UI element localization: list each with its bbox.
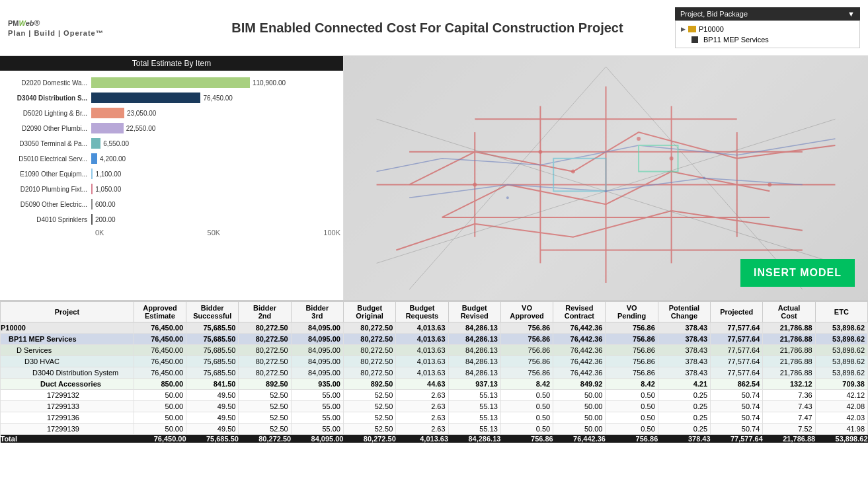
- total-value-cell: 756.86: [500, 435, 553, 443]
- chart-bar-label: D2010 Plumbing Fixt...: [5, 186, 91, 193]
- data-table-panel: ProjectApprovedEstimateBidderSuccessfulB…: [0, 300, 868, 485]
- value-cell: 0.50: [606, 424, 658, 435]
- value-cell: 21,786.88: [763, 345, 815, 356]
- table-row: BP11 MEP Services76,450.0075,685.5080,27…: [1, 334, 868, 345]
- chart-bar-row: D2020 Domestic Wa...110,900.00: [5, 76, 340, 89]
- table-row: D30 HVAC76,450.0075,685.5080,272.5084,09…: [1, 356, 868, 367]
- header: PMWeb® Plan | Build | Operate™ BIM Enabl…: [0, 0, 868, 56]
- svg-point-22: [637, 137, 641, 141]
- value-cell: 4,013.63: [396, 345, 448, 356]
- project-cell: D30 HVAC: [1, 356, 134, 367]
- value-cell: 2.63: [396, 401, 448, 412]
- total-value-cell: 77,577.64: [711, 435, 763, 443]
- col-header-approved-estimate: ApprovedEstimate: [134, 302, 186, 322]
- value-cell: 4.21: [658, 379, 710, 390]
- chart-axis-label: 50K: [208, 229, 221, 237]
- value-cell: 378.43: [658, 345, 710, 356]
- value-cell: 52.50: [343, 412, 395, 424]
- value-cell: 756.86: [500, 322, 553, 334]
- value-cell: 0.50: [500, 401, 553, 412]
- chart-bar-value: 1,100.00: [95, 170, 121, 178]
- col-header-bidder-2nd: Bidder2nd: [239, 302, 291, 322]
- value-cell: 80,272.50: [343, 322, 395, 334]
- chart-bar-label: D5090 Other Electric...: [5, 201, 91, 208]
- bim-model: INSERT MODEL: [344, 56, 868, 300]
- value-cell: 0.50: [500, 424, 553, 435]
- logo-web: Web: [19, 19, 34, 27]
- value-cell: 0.25: [658, 401, 710, 412]
- main-content: Total Estimate By Item D2020 Domestic Wa…: [0, 56, 868, 300]
- value-cell: 50.00: [553, 412, 606, 424]
- value-cell: 52.50: [343, 401, 395, 412]
- chart-bar-label: E1090 Other Equipm...: [5, 170, 91, 178]
- chart-bar-container: 23,050.00: [91, 108, 340, 118]
- insert-model-button[interactable]: INSERT MODEL: [740, 259, 855, 287]
- chart-axis: 0K50K100K: [5, 229, 340, 237]
- value-cell: 50.00: [134, 390, 186, 401]
- logo-area: PMWeb® Plan | Build | Operate™: [8, 19, 180, 37]
- page-title: BIM Enabled Connected Cost For Capital C…: [180, 20, 675, 36]
- value-cell: 84,286.13: [448, 334, 500, 345]
- tree-item-bp11[interactable]: BP11 MEP Services: [681, 34, 854, 45]
- value-cell: 4,013.63: [396, 356, 448, 367]
- value-cell: 8.42: [606, 379, 658, 390]
- chart-bar-fill: [91, 123, 124, 133]
- tree-item-p10000[interactable]: ▶ P10000: [681, 24, 854, 34]
- logo: PMWeb®: [8, 19, 180, 28]
- value-cell: 42.12: [815, 390, 867, 401]
- logo-pm: PM: [8, 19, 19, 27]
- value-cell: 42.03: [815, 412, 867, 424]
- svg-point-24: [605, 190, 608, 192]
- value-cell: 41.98: [815, 424, 867, 435]
- value-cell: 4,013.63: [396, 334, 448, 345]
- value-cell: 52.50: [239, 401, 291, 412]
- value-cell: 77,577.64: [711, 334, 763, 345]
- value-cell: 49.50: [186, 412, 239, 424]
- table-header-row: ProjectApprovedEstimateBidderSuccessfulB…: [1, 302, 868, 322]
- bim-panel: INSERT MODEL: [344, 56, 868, 300]
- value-cell: 80,272.50: [239, 356, 291, 367]
- col-header-bidder-successful: BidderSuccessful: [186, 302, 239, 322]
- value-cell: 756.86: [500, 356, 553, 367]
- value-cell: 76,442.36: [553, 334, 606, 345]
- chart-bar-row: D3040 Distribution S...76,450.00: [5, 91, 340, 104]
- chart-axis-label: 100K: [323, 229, 340, 237]
- chart-bar-fill: [91, 93, 200, 103]
- value-cell: 52.50: [239, 412, 291, 424]
- chart-bar-row: D5090 Other Electric...600.00: [5, 198, 340, 211]
- value-cell: 84,286.13: [448, 322, 500, 334]
- chart-bar-container: 600.00: [91, 199, 340, 209]
- value-cell: 4,013.63: [396, 322, 448, 334]
- project-selector-bar[interactable]: Project, Bid Package ▼: [675, 7, 860, 20]
- total-value-cell: 84,095.00: [291, 435, 343, 443]
- value-cell: 55.00: [291, 412, 343, 424]
- chart-bar-container: 1,100.00: [91, 168, 340, 179]
- value-cell: 709.38: [815, 379, 867, 390]
- value-cell: 42.08: [815, 401, 867, 412]
- value-cell: 55.00: [291, 424, 343, 435]
- chart-bar-row: E1090 Other Equipm...1,100.00: [5, 167, 340, 180]
- value-cell: 2.63: [396, 412, 448, 424]
- tree-label-p10000: P10000: [699, 25, 724, 33]
- chart-bar-fill: [91, 168, 93, 179]
- col-header-budget-revised: BudgetRevised: [448, 302, 500, 322]
- project-label: 17299139: [47, 425, 79, 433]
- value-cell: 849.92: [553, 379, 606, 390]
- value-cell: 84,095.00: [291, 322, 343, 334]
- logo-registered: ®: [34, 19, 40, 28]
- value-cell: 75,685.50: [186, 322, 239, 334]
- project-selector: Project, Bid Package ▼ ▶ P10000 BP11 MEP…: [675, 7, 860, 48]
- chart-axis-label: 0K: [95, 229, 104, 237]
- value-cell: 937.13: [448, 379, 500, 390]
- value-cell: 52.50: [239, 424, 291, 435]
- chart-bar-label: D3040 Distribution S...: [5, 94, 91, 102]
- value-cell: 55.13: [448, 424, 500, 435]
- chart-bar-label: D2020 Domestic Wa...: [5, 79, 91, 87]
- value-cell: 44.63: [396, 379, 448, 390]
- chart-bar-row: D5010 Electrical Serv...4,200.00: [5, 152, 340, 165]
- value-cell: 55.13: [448, 390, 500, 401]
- value-cell: 850.00: [134, 379, 186, 390]
- value-cell: 49.50: [186, 390, 239, 401]
- value-cell: 378.43: [658, 356, 710, 367]
- project-cell: BP11 MEP Services: [1, 334, 134, 345]
